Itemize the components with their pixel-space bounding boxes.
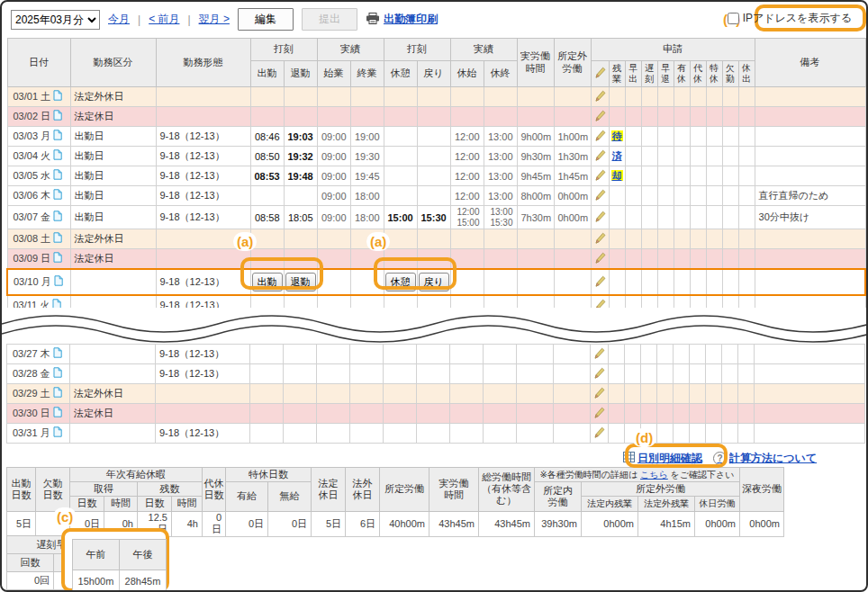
- apply-cell-0: [609, 269, 625, 295]
- end-cell: 18:00: [350, 186, 384, 206]
- sum-within-scheduled: 39h30m: [535, 511, 582, 536]
- edit-pencil-icon[interactable]: [593, 113, 607, 124]
- apply-cell-7: [722, 166, 738, 186]
- overtime-cell: 1h00m: [554, 127, 591, 147]
- apply-cell-7: [722, 345, 738, 364]
- edit-pencil-icon[interactable]: [592, 371, 606, 381]
- apply-cell-5: [690, 249, 706, 270]
- daily-detail-link[interactable]: 日別明細確認: [623, 451, 702, 466]
- day-document-icon[interactable]: [50, 170, 62, 181]
- punch-out-cell: 退勤: [284, 269, 317, 295]
- end-cell: [350, 229, 384, 249]
- month-select[interactable]: 2025年03月分: [11, 10, 100, 30]
- rest-start-cell: [450, 345, 484, 364]
- edit-pencil-icon[interactable]: [593, 214, 607, 225]
- edit-pencil-icon[interactable]: [592, 430, 606, 441]
- sum-header-taken: 取得: [70, 482, 138, 497]
- apply-cell-3: [657, 186, 674, 206]
- col-header-apply-1: 早 出: [625, 61, 641, 87]
- day-document-icon[interactable]: [50, 253, 62, 264]
- break-button[interactable]: 休憩: [385, 273, 416, 292]
- sum-nonlegal-overtime: 4h15m: [638, 511, 695, 536]
- edit-pencil-icon[interactable]: [592, 390, 606, 401]
- edit-pencil-icon[interactable]: [592, 410, 606, 421]
- rest-start-cell: [450, 384, 484, 404]
- apply-cell-7: [722, 107, 738, 127]
- date-cell: 03/27 木: [7, 345, 70, 364]
- day-document-icon[interactable]: [50, 408, 62, 418]
- day-document-icon[interactable]: [50, 427, 62, 438]
- edit-pencil-icon[interactable]: [593, 173, 607, 184]
- rest-end-cell: [484, 87, 517, 107]
- sum-header-absent: 欠勤 日数: [36, 468, 70, 512]
- day-document-icon[interactable]: [50, 211, 62, 222]
- break-punch-cell: [384, 345, 417, 364]
- end-cell: [350, 107, 384, 127]
- apply-cell-0: [609, 87, 625, 107]
- day-document-icon[interactable]: [50, 348, 62, 359]
- edit-pencil-icon[interactable]: [592, 351, 606, 362]
- edit-button[interactable]: 編集: [238, 8, 294, 31]
- overtime-status-link[interactable]: 待: [611, 130, 623, 141]
- break-punch-cell: [384, 364, 417, 384]
- day-document-icon[interactable]: [50, 368, 62, 379]
- apply-cell-0: [609, 186, 625, 206]
- day-document-icon[interactable]: [50, 111, 62, 121]
- start-cell: [317, 249, 350, 270]
- sum-header-unpaid: 無給: [268, 482, 312, 511]
- return-button[interactable]: 戻り: [419, 273, 449, 292]
- work-category-cell: 法定外休日: [70, 229, 156, 249]
- edit-cell: [591, 107, 609, 127]
- this-month-link[interactable]: 今月: [108, 12, 130, 27]
- apply-cell-1: [625, 249, 641, 270]
- day-document-icon[interactable]: [50, 190, 62, 201]
- edit-pencil-icon[interactable]: [593, 279, 607, 290]
- edit-pencil-icon[interactable]: [593, 256, 607, 266]
- edit-cell: [591, 384, 609, 404]
- apply-cell-7: [722, 206, 738, 229]
- punch-out-button[interactable]: 退勤: [285, 273, 316, 292]
- calc-method-link[interactable]: ? 計算方法について: [713, 451, 817, 466]
- day-document-icon[interactable]: [50, 233, 62, 244]
- ip-address-checkbox[interactable]: [728, 13, 739, 24]
- apply-cell-2: [641, 424, 657, 444]
- remarks-cell: [755, 166, 865, 186]
- print-timesheet-link[interactable]: 出勤簿印刷: [366, 12, 438, 27]
- day-document-icon[interactable]: [50, 91, 62, 102]
- col-header-work-time: 実労働 時間: [517, 39, 554, 87]
- col-header-rest-start: 休始: [450, 61, 484, 87]
- punch-out-cell: 19:48: [284, 166, 317, 186]
- next-month-link[interactable]: 翌月 >: [199, 12, 230, 27]
- apply-cell-8: [738, 269, 755, 295]
- overtime-cell: [554, 87, 591, 107]
- break-punch-cell: [384, 404, 417, 424]
- kochira-link[interactable]: こちら: [640, 470, 668, 480]
- remarks-cell: [755, 107, 865, 127]
- start-cell: [317, 424, 350, 444]
- date-cell: 03/10 月: [7, 269, 70, 295]
- day-document-icon[interactable]: [50, 150, 62, 161]
- rest-start-cell: [450, 87, 484, 107]
- day-document-icon[interactable]: [50, 388, 62, 399]
- overtime-status-link[interactable]: 済: [611, 150, 623, 161]
- remarks-cell: [755, 249, 865, 270]
- edit-pencil-icon[interactable]: [593, 94, 607, 104]
- edit-pencil-icon[interactable]: [593, 236, 607, 247]
- work-time-cell: [517, 424, 554, 444]
- apply-cell-5: [690, 229, 706, 249]
- apply-cell-6: [706, 107, 722, 127]
- punch-in-button[interactable]: 出勤: [252, 273, 283, 292]
- prev-month-link[interactable]: < 前月: [149, 12, 179, 27]
- overtime-status-link[interactable]: 却: [611, 170, 623, 181]
- edit-pencil-icon[interactable]: [593, 133, 607, 144]
- apply-cell-5: [690, 147, 706, 166]
- date-cell: 03/07 金: [7, 206, 70, 229]
- day-document-icon[interactable]: [51, 276, 63, 287]
- edit-pencil-icon[interactable]: [593, 153, 607, 164]
- start-cell: [317, 384, 350, 404]
- edit-cell: [591, 87, 609, 107]
- day-document-icon[interactable]: [50, 130, 62, 141]
- apply-cell-4: [674, 147, 690, 166]
- start-cell: [317, 269, 350, 295]
- edit-pencil-icon[interactable]: [593, 193, 607, 203]
